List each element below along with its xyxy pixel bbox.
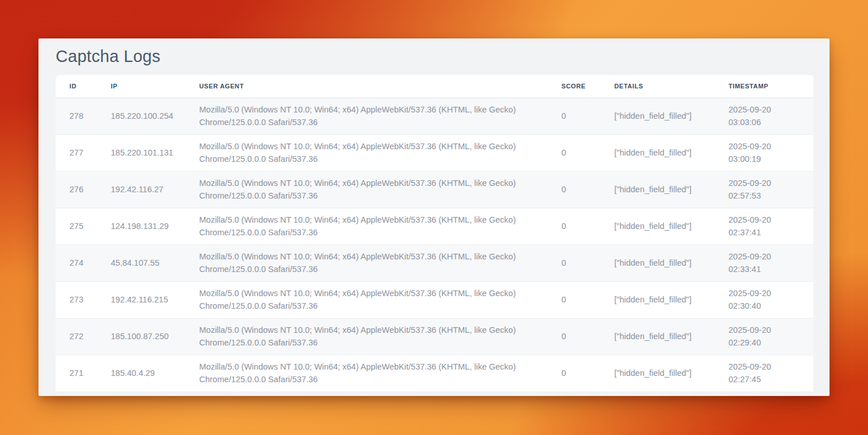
cell-score: 0 [561, 208, 614, 244]
cell-ip: 192.42.116.27 [111, 171, 199, 208]
table-row: 276192.42.116.27Mozilla/5.0 (Windows NT … [56, 171, 813, 208]
table-row: 278185.220.100.254Mozilla/5.0 (Windows N… [56, 98, 813, 134]
cell-details: ["hidden_field_filled"] [614, 355, 728, 391]
cell-user_agent: Mozilla/5.0 (Windows NT 10.0; Win64; x64… [199, 208, 561, 244]
captcha-logs-table: ID IP USER AGENT SCORE DETAILS TIMESTAMP… [56, 75, 813, 391]
table-row: 275124.198.131.29Mozilla/5.0 (Windows NT… [56, 208, 813, 244]
cell-score: 0 [561, 281, 614, 318]
table-row: 271185.40.4.29Mozilla/5.0 (Windows NT 10… [56, 355, 813, 391]
column-header-details: DETAILS [614, 75, 728, 98]
cell-timestamp: 2025-09-20 02:33:41 [728, 244, 813, 281]
column-header-ip: IP [111, 75, 199, 98]
cell-user_agent: Mozilla/5.0 (Windows NT 10.0; Win64; x64… [199, 244, 561, 281]
cell-score: 0 [561, 318, 614, 355]
cell-score: 0 [561, 171, 614, 208]
cell-id: 277 [56, 134, 111, 171]
cell-score: 0 [561, 98, 614, 134]
cell-id: 276 [56, 171, 111, 208]
column-header-id: ID [56, 75, 111, 98]
cell-id: 278 [56, 98, 111, 134]
cell-details: ["hidden_field_filled"] [614, 98, 728, 134]
cell-score: 0 [561, 355, 614, 391]
cell-timestamp: 2025-09-20 02:30:40 [728, 281, 813, 318]
cell-timestamp: 2025-09-20 02:37:41 [728, 208, 813, 244]
cell-user_agent: Mozilla/5.0 (Windows NT 10.0; Win64; x64… [199, 171, 561, 208]
cell-user_agent: Mozilla/5.0 (Windows NT 10.0; Win64; x64… [199, 134, 561, 171]
cell-user_agent: Mozilla/5.0 (Windows NT 10.0; Win64; x64… [199, 355, 561, 391]
cell-ip: 192.42.116.215 [111, 281, 199, 318]
cell-score: 0 [561, 134, 614, 171]
cell-ip: 185.220.100.254 [111, 98, 199, 134]
logs-table-container: ID IP USER AGENT SCORE DETAILS TIMESTAMP… [56, 75, 813, 391]
cell-timestamp: 2025-09-20 02:57:53 [728, 171, 813, 208]
cell-user_agent: Mozilla/5.0 (Windows NT 10.0; Win64; x64… [199, 318, 561, 355]
cell-id: 274 [56, 244, 111, 281]
cell-details: ["hidden_field_filled"] [614, 318, 728, 355]
page-title: Captcha Logs [56, 47, 830, 66]
cell-id: 275 [56, 208, 111, 244]
cell-user_agent: Mozilla/5.0 (Windows NT 10.0; Win64; x64… [199, 98, 561, 134]
cell-details: ["hidden_field_filled"] [614, 208, 728, 244]
captcha-logs-card: Captcha Logs ID IP USER AGENT SCORE DETA… [38, 38, 830, 396]
column-header-user-agent: USER AGENT [199, 75, 561, 98]
cell-user_agent: Mozilla/5.0 (Windows NT 10.0; Win64; x64… [199, 281, 561, 318]
cell-ip: 124.198.131.29 [111, 208, 199, 244]
table-row: 27445.84.107.55Mozilla/5.0 (Windows NT 1… [56, 244, 813, 281]
cell-details: ["hidden_field_filled"] [614, 171, 728, 208]
table-row: 277185.220.101.131Mozilla/5.0 (Windows N… [56, 134, 813, 171]
column-header-timestamp: TIMESTAMP [728, 75, 813, 98]
cell-details: ["hidden_field_filled"] [614, 134, 728, 171]
cell-timestamp: 2025-09-20 03:03:06 [728, 98, 813, 134]
cell-score: 0 [561, 244, 614, 281]
cell-ip: 45.84.107.55 [111, 244, 199, 281]
cell-id: 271 [56, 355, 111, 391]
table-body: 278185.220.100.254Mozilla/5.0 (Windows N… [56, 98, 813, 391]
table-row: 272185.100.87.250Mozilla/5.0 (Windows NT… [56, 318, 813, 355]
cell-ip: 185.220.101.131 [111, 134, 199, 171]
column-header-score: SCORE [561, 75, 614, 98]
cell-ip: 185.40.4.29 [111, 355, 199, 391]
cell-ip: 185.100.87.250 [111, 318, 199, 355]
cell-timestamp: 2025-09-20 02:29:40 [728, 318, 813, 355]
cell-timestamp: 2025-09-20 03:00:19 [728, 134, 813, 171]
cell-details: ["hidden_field_filled"] [614, 281, 728, 318]
cell-details: ["hidden_field_filled"] [614, 244, 728, 281]
table-header: ID IP USER AGENT SCORE DETAILS TIMESTAMP [56, 75, 813, 98]
cell-id: 273 [56, 281, 111, 318]
cell-id: 272 [56, 318, 111, 355]
cell-timestamp: 2025-09-20 02:27:45 [728, 355, 813, 391]
table-row: 273192.42.116.215Mozilla/5.0 (Windows NT… [56, 281, 813, 318]
